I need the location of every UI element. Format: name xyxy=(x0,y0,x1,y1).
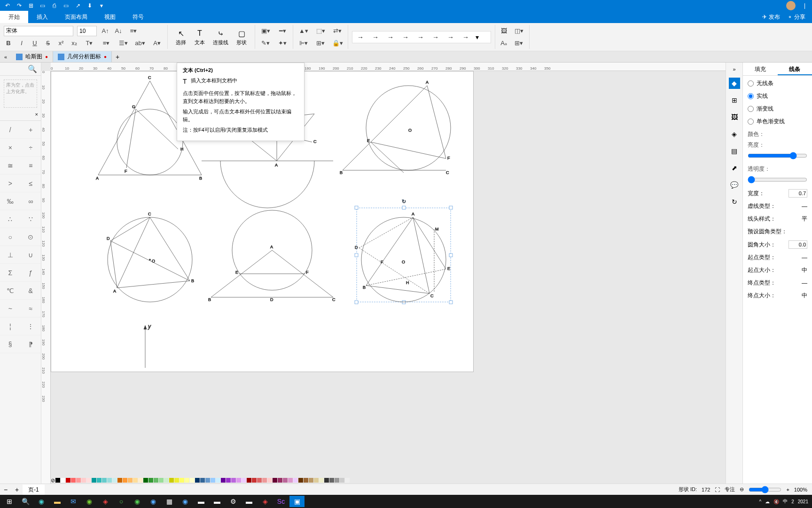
tray-chevron-icon[interactable]: ^ xyxy=(759,499,761,504)
radio-no-line[interactable]: 无线条 xyxy=(748,79,807,87)
format-panel-icon[interactable]: ◆ xyxy=(729,78,740,89)
case-icon[interactable]: ab▾ xyxy=(133,38,147,48)
color-swatch[interactable] xyxy=(221,478,226,483)
color-swatch[interactable] xyxy=(324,478,329,483)
share-button[interactable]: ⚬ 分享 xyxy=(785,13,808,21)
app-icon[interactable]: ▬ xyxy=(194,496,209,507)
app-icon[interactable]: ▦ xyxy=(162,496,177,507)
color-swatch[interactable] xyxy=(247,478,251,483)
color-swatch[interactable] xyxy=(314,478,319,483)
color-swatch[interactable] xyxy=(195,478,200,483)
wechat-icon[interactable]: ◉ xyxy=(82,496,97,507)
menu-start[interactable]: 开始 xyxy=(0,11,28,23)
app-icon[interactable]: ▬ xyxy=(242,496,257,507)
color-swatch[interactable] xyxy=(102,478,107,483)
color-swatch[interactable] xyxy=(309,478,313,483)
history-panel-icon[interactable]: ↻ xyxy=(729,196,740,207)
color-swatch[interactable] xyxy=(335,478,339,483)
corner-size-input[interactable] xyxy=(789,240,807,249)
lock-icon[interactable]: 🔒▾ xyxy=(331,38,344,48)
color-swatch[interactable] xyxy=(81,478,86,483)
symbol-cell[interactable]: ⁋ xyxy=(21,335,41,353)
align-objects-icon[interactable]: ⊫▾ xyxy=(297,38,310,48)
color-swatch[interactable] xyxy=(283,478,288,483)
add-tab-button[interactable]: + xyxy=(112,53,123,61)
focus-label[interactable]: 专注 xyxy=(725,486,735,493)
arrow-style-item[interactable]: → xyxy=(353,32,367,42)
page-add-button[interactable]: + xyxy=(11,486,23,493)
line-spacing-icon[interactable]: ≡▾ xyxy=(100,38,113,48)
brightness-slider[interactable] xyxy=(748,152,807,159)
app-icon[interactable]: ◈ xyxy=(258,496,273,507)
app-icon[interactable]: ◉ xyxy=(178,496,193,507)
zoom-slider[interactable] xyxy=(749,486,781,493)
copy-icon[interactable]: ▭ xyxy=(62,2,70,9)
color-swatch[interactable] xyxy=(76,478,81,483)
mail-icon[interactable]: ✉ xyxy=(66,496,81,507)
search-app-icon[interactable]: 🔍 xyxy=(18,496,33,507)
open-icon[interactable]: ▭ xyxy=(39,2,46,9)
color-swatch[interactable] xyxy=(205,478,210,483)
color-swatch[interactable] xyxy=(133,478,138,483)
tab-fill[interactable]: 填充 xyxy=(743,63,778,75)
zoom-in-icon[interactable]: + xyxy=(786,487,789,492)
color-swatch[interactable] xyxy=(128,478,133,483)
color-swatch[interactable] xyxy=(262,478,267,483)
opacity-slider[interactable] xyxy=(748,176,807,183)
grow-font-icon[interactable]: A↑ xyxy=(101,26,110,36)
settings-icon[interactable]: ⚙ xyxy=(226,496,241,507)
symbol-cell[interactable]: > xyxy=(0,175,21,192)
shrink-font-icon[interactable]: A↓ xyxy=(114,26,123,36)
arrow-style-item[interactable]: → xyxy=(398,32,413,42)
document-tab[interactable]: 几何分析图标 ● xyxy=(53,51,112,62)
symbol-cell[interactable]: § xyxy=(0,335,21,353)
color-swatch[interactable] xyxy=(71,478,76,483)
strikethrough-icon[interactable]: S̶ xyxy=(43,38,53,48)
symbol-cell[interactable]: ∵ xyxy=(21,210,41,228)
symbol-cell[interactable]: ƒ xyxy=(21,264,41,282)
color-swatch[interactable] xyxy=(340,478,344,483)
text-tool[interactable]: T文本 xyxy=(190,27,209,47)
color-swatch[interactable] xyxy=(273,478,277,483)
start-type-select[interactable]: — xyxy=(802,254,807,261)
no-color-icon[interactable]: ⊘ xyxy=(51,477,55,484)
zoom-value[interactable]: 100% xyxy=(794,487,807,492)
font-size-select[interactable] xyxy=(77,26,97,36)
tab-line[interactable]: 线条 xyxy=(778,63,812,75)
symbol-cell[interactable]: ⊙ xyxy=(21,228,41,246)
arrow-style-item[interactable]: → xyxy=(429,32,443,42)
explorer-icon[interactable]: ▬ xyxy=(50,496,65,507)
undo-icon[interactable]: ↶ xyxy=(4,2,11,9)
color-swatch[interactable] xyxy=(143,478,148,483)
symbol-cell[interactable]: ∞ xyxy=(21,192,41,210)
end-type-select[interactable]: — xyxy=(802,280,807,286)
color-swatch[interactable] xyxy=(329,478,334,483)
arrow-style-item[interactable]: → xyxy=(414,32,428,42)
radio-solid[interactable]: 实线 xyxy=(748,92,807,100)
redo-icon[interactable]: ↷ xyxy=(16,2,23,9)
export-icon[interactable]: ↗ xyxy=(74,2,81,9)
tray-network-icon[interactable]: ☁ xyxy=(765,499,770,504)
shape-tool[interactable]: ▢形状 xyxy=(232,27,251,47)
bullets-icon[interactable]: ☰▾ xyxy=(117,38,130,48)
tab-left-icon[interactable]: « xyxy=(0,54,11,60)
symbol-cell[interactable]: ~ xyxy=(0,300,21,318)
color-swatch[interactable] xyxy=(216,478,220,483)
symbol-cell[interactable]: ¦ xyxy=(0,318,21,335)
color-swatch[interactable] xyxy=(257,478,262,483)
arrow-style-item[interactable]: → xyxy=(368,32,383,42)
end-size-select[interactable]: 中 xyxy=(802,292,807,300)
symbol-cell[interactable]: ○ xyxy=(0,228,21,246)
grid-panel-icon[interactable]: ⊞ xyxy=(729,95,740,106)
flip-icon[interactable]: ⇄▾ xyxy=(331,26,344,36)
color-swatch[interactable] xyxy=(231,478,236,483)
symbol-cell[interactable]: + xyxy=(21,121,41,139)
select-tool[interactable]: ↖选择 xyxy=(172,27,190,47)
dock-right-icon[interactable]: » xyxy=(730,66,739,72)
gallery-expand-icon[interactable]: ▾ xyxy=(474,32,480,42)
user-avatar[interactable] xyxy=(786,1,796,10)
fullscreen-icon[interactable]: ⛶ xyxy=(715,487,720,492)
color-swatch[interactable] xyxy=(236,478,241,483)
color-swatch[interactable] xyxy=(298,478,303,483)
color-swatch[interactable] xyxy=(190,478,195,483)
